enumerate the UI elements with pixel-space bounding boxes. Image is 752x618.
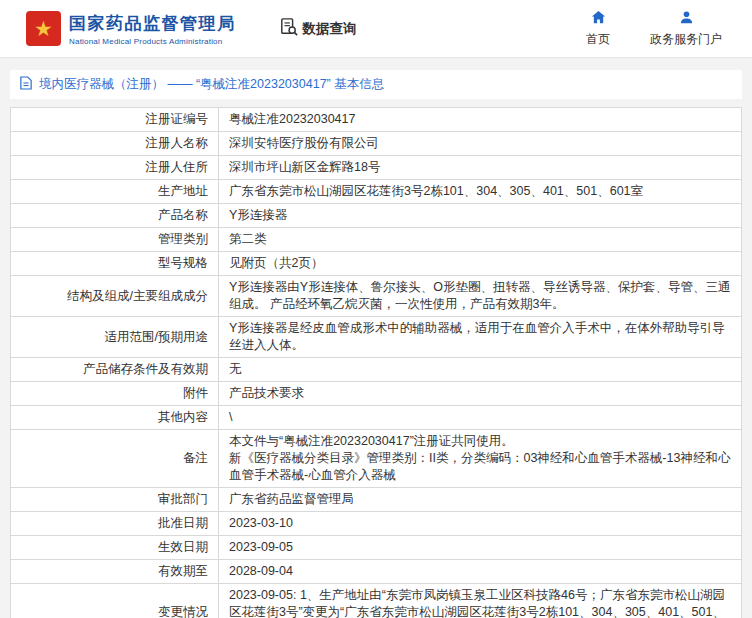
table-row: 适用范围/预期用途Y形连接器是经皮血管成形术中的辅助器械，适用于在血管介入手术中… [11, 317, 742, 358]
data-query-label: 数据查询 [303, 20, 357, 38]
top-header: ★ 国家药品监督管理局 National Medical Products Ad… [0, 0, 752, 58]
row-label: 生效日期 [11, 536, 219, 560]
table-row: 管理类别第二类 [11, 228, 742, 252]
row-value: 2023-09-05: 1、生产地址由“东莞市凤岗镇玉泉工业区科技路46号；广东… [219, 584, 742, 618]
brand-text: 国家药品监督管理局 National Medical Products Admi… [69, 12, 236, 46]
table-row: 型号规格见附页（共2页） [11, 252, 742, 276]
row-label: 产品储存条件及有效期 [11, 358, 219, 382]
breadcrumb-title: 境内医疗器械（注册） —— “粤械注准20232030417” 基本信息 [39, 76, 384, 93]
row-label: 审批部门 [11, 488, 219, 512]
row-label: 型号规格 [11, 252, 219, 276]
table-row: 备注本文件与“粤械注准20232030417”注册证共同使用。 新《医疗器械分类… [11, 430, 742, 488]
table-row: 生产地址广东省东莞市松山湖园区花莲街3号2栋101、304、305、401、50… [11, 180, 742, 204]
nav-portal[interactable]: 政务服务门户 [650, 10, 722, 48]
row-value: 广东省药品监督管理局 [219, 488, 742, 512]
row-value: \ [219, 406, 742, 430]
table-row: 产品储存条件及有效期无 [11, 358, 742, 382]
row-value: Y形连接器 [219, 204, 742, 228]
table-row: 批准日期2023-03-10 [11, 512, 742, 536]
home-icon [591, 10, 606, 28]
row-label: 注册人住所 [11, 156, 219, 180]
info-table: 注册证编号粤械注准20232030417注册人名称深圳安特医疗股份有限公司注册人… [10, 107, 742, 618]
site-subtitle: National Medical Products Administration [69, 37, 236, 46]
table-row: 变更情况2023-09-05: 1、生产地址由“东莞市凤岗镇玉泉工业区科技路46… [11, 584, 742, 618]
row-value: 第二类 [219, 228, 742, 252]
row-label: 管理类别 [11, 228, 219, 252]
main-content: 境内医疗器械（注册） —— “粤械注准20232030417” 基本信息 注册证… [0, 58, 752, 618]
row-value: 广东省东莞市松山湖园区花莲街3号2栋101、304、305、401、501、60… [219, 180, 742, 204]
row-label: 备注 [11, 430, 219, 488]
row-label: 适用范围/预期用途 [11, 317, 219, 358]
row-label: 产品名称 [11, 204, 219, 228]
table-row: 注册证编号粤械注准20232030417 [11, 108, 742, 132]
row-label: 结构及组成/主要组成成分 [11, 276, 219, 317]
site-title: 国家药品监督管理局 [69, 12, 236, 35]
row-value: 本文件与“粤械注准20232030417”注册证共同使用。 新《医疗器械分类目录… [219, 430, 742, 488]
table-row: 有效期至2028-09-04 [11, 560, 742, 584]
row-label: 变更情况 [11, 584, 219, 618]
row-value: 深圳安特医疗股份有限公司 [219, 132, 742, 156]
search-doc-icon [280, 18, 298, 39]
row-value: Y形连接器是经皮血管成形术中的辅助器械，适用于在血管介入手术中，在体外帮助导引导… [219, 317, 742, 358]
nmpa-brand: ★ 国家药品监督管理局 National Medical Products Ad… [26, 11, 236, 46]
row-value: 深圳市坪山新区金辉路18号 [219, 156, 742, 180]
row-value: 无 [219, 358, 742, 382]
data-query-button[interactable]: 数据查询 [280, 18, 357, 39]
document-icon [20, 76, 32, 93]
nav-home[interactable]: 首页 [586, 10, 610, 48]
row-label: 附件 [11, 382, 219, 406]
nav-portal-label: 政务服务门户 [650, 31, 722, 48]
user-icon [679, 10, 694, 28]
table-row: 附件产品技术要求 [11, 382, 742, 406]
table-row: 注册人住所深圳市坪山新区金辉路18号 [11, 156, 742, 180]
row-label: 批准日期 [11, 512, 219, 536]
row-value: 2023-09-05 [219, 536, 742, 560]
row-value: Y形连接器由Y形连接体、鲁尔接头、O形垫圈、扭转器、导丝诱导器、保护套、导管、三… [219, 276, 742, 317]
nav-home-label: 首页 [586, 31, 610, 48]
table-row: 生效日期2023-09-05 [11, 536, 742, 560]
row-value: 2028-09-04 [219, 560, 742, 584]
breadcrumb: 境内医疗器械（注册） —— “粤械注准20232030417” 基本信息 [10, 70, 742, 99]
row-value: 2023-03-10 [219, 512, 742, 536]
row-value: 产品技术要求 [219, 382, 742, 406]
row-label: 生产地址 [11, 180, 219, 204]
row-label: 其他内容 [11, 406, 219, 430]
row-label: 有效期至 [11, 560, 219, 584]
row-value: 见附页（共2页） [219, 252, 742, 276]
table-row: 结构及组成/主要组成成分Y形连接器由Y形连接体、鲁尔接头、O形垫圈、扭转器、导丝… [11, 276, 742, 317]
row-label: 注册人名称 [11, 132, 219, 156]
nmpa-emblem-icon: ★ [26, 11, 61, 46]
row-label: 注册证编号 [11, 108, 219, 132]
row-value: 粤械注准20232030417 [219, 108, 742, 132]
table-row: 产品名称Y形连接器 [11, 204, 742, 228]
table-row: 审批部门广东省药品监督管理局 [11, 488, 742, 512]
table-row: 其他内容\ [11, 406, 742, 430]
table-row: 注册人名称深圳安特医疗股份有限公司 [11, 132, 742, 156]
